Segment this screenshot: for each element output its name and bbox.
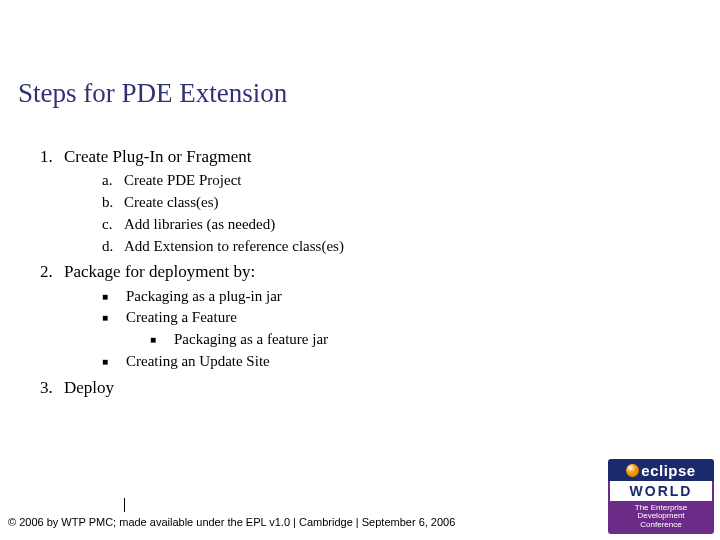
ruler-tick-icon bbox=[124, 498, 125, 512]
list-number: 3. bbox=[40, 377, 64, 398]
list-letter: c. bbox=[102, 215, 124, 234]
footer-text: © 2006 by WTP PMC; made available under … bbox=[8, 516, 455, 528]
square-bullet-icon: ■ bbox=[150, 334, 174, 347]
list-text: Creating a Feature bbox=[126, 309, 237, 325]
list-text: Packaging as a feature jar bbox=[174, 331, 328, 347]
list-text: Create class(es) bbox=[124, 194, 219, 210]
eclipse-orb-icon bbox=[626, 464, 639, 477]
list-item: ■Creating a Feature bbox=[102, 308, 680, 327]
list-text: Packaging as a plug-in jar bbox=[126, 288, 282, 304]
list-item: ■Packaging as a feature jar bbox=[150, 330, 680, 349]
square-bullet-icon: ■ bbox=[102, 356, 126, 369]
list-letter: a. bbox=[102, 171, 124, 190]
logo-tagline: The Enterprise Development Conference bbox=[608, 501, 714, 534]
list-text: Add Extension to reference class(es) bbox=[124, 238, 344, 254]
slide: Steps for PDE Extension 1.Create Plug-In… bbox=[0, 0, 720, 540]
logo-tag-line3: Conference bbox=[610, 521, 712, 530]
logo-top: eclipse bbox=[608, 459, 714, 481]
eclipse-world-logo: eclipse WORLD The Enterprise Development… bbox=[608, 459, 714, 534]
square-bullet-icon: ■ bbox=[102, 312, 126, 325]
list-text: Package for deployment by: bbox=[64, 262, 255, 281]
list-text: Add libraries (as needed) bbox=[124, 216, 275, 232]
list-item: d.Add Extension to reference class(es) bbox=[102, 237, 680, 256]
list-item: 2.Package for deployment by: bbox=[40, 261, 680, 282]
slide-title: Steps for PDE Extension bbox=[18, 78, 287, 109]
list-item: ■Packaging as a plug-in jar bbox=[102, 287, 680, 306]
logo-world: WORLD bbox=[608, 481, 714, 501]
list-letter: d. bbox=[102, 237, 124, 256]
slide-body: 1.Create Plug-In or Fragment a.Create PD… bbox=[40, 140, 680, 402]
list-item: ■Creating an Update Site bbox=[102, 352, 680, 371]
list-letter: b. bbox=[102, 193, 124, 212]
list-item: c.Add libraries (as needed) bbox=[102, 215, 680, 234]
logo-brand: eclipse bbox=[641, 462, 695, 479]
list-item: b.Create class(es) bbox=[102, 193, 680, 212]
list-text: Create PDE Project bbox=[124, 172, 241, 188]
square-bullet-icon: ■ bbox=[102, 291, 126, 304]
list-number: 2. bbox=[40, 261, 64, 282]
list-item: 3.Deploy bbox=[40, 377, 680, 398]
list-text: Deploy bbox=[64, 378, 114, 397]
list-item: 1.Create Plug-In or Fragment bbox=[40, 146, 680, 167]
list-text: Create Plug-In or Fragment bbox=[64, 147, 251, 166]
list-text: Creating an Update Site bbox=[126, 353, 270, 369]
list-item: a.Create PDE Project bbox=[102, 171, 680, 190]
list-number: 1. bbox=[40, 146, 64, 167]
